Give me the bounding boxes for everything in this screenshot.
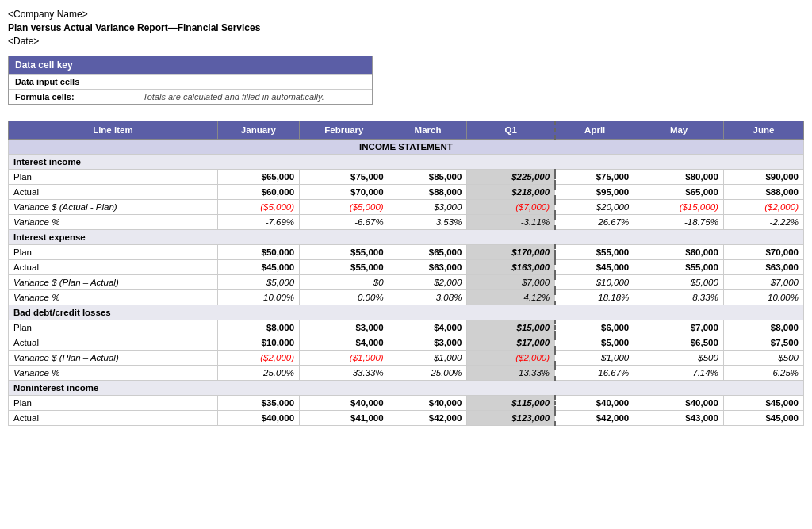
data-cell: $15,000 [467,320,555,335]
report-date: <Date> [8,35,804,48]
data-cell: $123,000 [467,411,555,426]
data-cell: $55,000 [634,260,724,275]
data-cell: ($2,000) [723,200,803,215]
data-cell: $2,000 [389,275,467,290]
data-cell: $40,000 [555,396,634,411]
data-cell: 18.18% [555,290,634,305]
data-cell: $41,000 [300,411,389,426]
data-cell: $40,000 [300,396,389,411]
data-cell: $20,000 [555,200,634,215]
data-cell: $75,000 [300,170,389,185]
data-cell: 10.00% [723,290,803,305]
data-cell: $45,000 [723,396,803,411]
col-header-february: February [300,121,389,140]
data-cell: $40,000 [634,396,724,411]
data-cell: ($2,000) [467,351,555,366]
data-cell: $50,000 [217,245,299,260]
data-cell: $88,000 [389,185,467,200]
data-cell: $4,000 [300,335,389,351]
key-row-2: Formula cells: Totals are calculated and… [9,89,372,104]
data-cell: $42,000 [555,411,634,426]
data-cell: $8,000 [217,320,299,335]
data-cell: $55,000 [300,245,389,260]
data-cell: $40,000 [389,396,467,411]
table-row: Variance $ (Plan – Actual)($2,000)($1,00… [9,351,804,366]
data-cell: $45,000 [555,260,634,275]
data-cell: $55,000 [300,260,389,275]
table-row: Variance $ (Actual - Plan)($5,000)($5,00… [9,200,804,215]
variance-table: Line item January February March Q1 Apri… [8,121,804,426]
data-cell: $5,000 [555,335,634,351]
data-cell: $7,000 [723,275,803,290]
data-cell: $7,000 [634,320,724,335]
table-row: Actual$40,000$41,000$42,000$123,000$42,0… [9,411,804,426]
data-cell: $35,000 [217,396,299,411]
data-cell: $40,000 [217,411,299,426]
key-label-2: Formula cells: [9,89,136,104]
data-cell: $75,000 [555,170,634,185]
row-label: Plan [9,245,218,260]
data-cell: $163,000 [467,260,555,275]
data-cell: 0.00% [300,290,389,305]
data-cell: $65,000 [217,170,299,185]
col-header-q1: Q1 [467,121,555,140]
row-label: Variance % [9,215,218,230]
data-cell: $70,000 [300,185,389,200]
data-cell: $1,000 [555,351,634,366]
data-cell: $65,000 [389,245,467,260]
category-label-0: Interest income [9,155,804,170]
data-cell: $80,000 [634,170,724,185]
data-cell: $115,000 [467,396,555,411]
data-cell: $3,000 [389,200,467,215]
data-cell: ($1,000) [300,351,389,366]
row-label: Actual [9,335,218,351]
data-cell: $17,000 [467,335,555,351]
data-cell: 10.00% [217,290,299,305]
row-label: Plan [9,320,218,335]
row-label: Variance $ (Plan – Actual) [9,275,218,290]
data-cell: -3.11% [467,215,555,230]
data-cell: $95,000 [555,185,634,200]
data-cell: $225,000 [467,170,555,185]
category-header-2: Bad debt/credit losses [9,305,804,320]
data-cell: 6.25% [723,366,803,381]
data-cell: $5,000 [634,275,724,290]
key-label-1: Data input cells [9,74,136,89]
row-label: Variance % [9,290,218,305]
data-cell: -6.67% [300,215,389,230]
row-label: Actual [9,260,218,275]
col-header-may: May [634,121,724,140]
data-cell: $55,000 [555,245,634,260]
data-cell: $63,000 [723,260,803,275]
data-cell: $170,000 [467,245,555,260]
table-row: Plan$8,000$3,000$4,000$15,000$6,000$7,00… [9,320,804,335]
table-row: Actual$10,000$4,000$3,000$17,000$5,000$6… [9,335,804,351]
key-value-1 [136,74,372,89]
data-cell: 4.12% [467,290,555,305]
category-header-0: Interest income [9,155,804,170]
col-header-january: January [217,121,299,140]
data-cell: 26.67% [555,215,634,230]
data-cell: $63,000 [389,260,467,275]
col-header-line-item: Line item [9,121,218,140]
data-cell: $88,000 [723,185,803,200]
row-label: Plan [9,170,218,185]
data-cell: $5,000 [217,275,299,290]
row-label: Variance % [9,366,218,381]
category-header-3: Noninterest income [9,381,804,396]
data-cell: $0 [300,275,389,290]
data-cell: -33.33% [300,366,389,381]
data-cell: ($7,000) [467,200,555,215]
report-header: <Company Name> Plan versus Actual Varian… [8,8,804,48]
income-statement-header: INCOME STATEMENT [9,140,804,155]
data-cell: ($5,000) [217,200,299,215]
data-cell: ($15,000) [634,200,724,215]
row-label: Variance $ (Actual - Plan) [9,200,218,215]
row-label: Plan [9,396,218,411]
data-cell: -25.00% [217,366,299,381]
data-cell: $3,000 [389,335,467,351]
data-cell: 8.33% [634,290,724,305]
data-cell: $8,000 [723,320,803,335]
key-row-1: Data input cells [9,74,372,89]
table-row: Variance %-25.00%-33.33%25.00%-13.33%16.… [9,366,804,381]
